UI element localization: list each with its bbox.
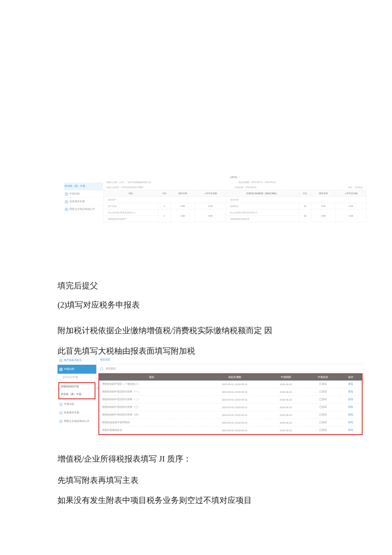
fill-link[interactable]: 填写: [340, 404, 362, 411]
cell-period: 2019-05-01~2019-05-31: [204, 411, 265, 419]
sidebar-item-fee[interactable]: 税务费所发展: [64, 198, 103, 206]
col-current2: 期末本期: [311, 190, 335, 197]
cell-period: 2019-05-01~2019-05-31: [204, 427, 265, 434]
sidebar-nav-2: 电子税务局首页 申报办理 按月综合申报 增值税纳税申报 附加税（费）申报 申报历…: [58, 356, 97, 445]
taxpayer-id: 纳税人识别号：91410105335217P8B0: [107, 186, 143, 189]
section-liab: 流动负债: [225, 197, 366, 203]
sidebar-label: 申报历程: [69, 192, 80, 196]
table-row: 增值税纳税申报表附列资料（一）2019-05-01~2019-05-312019…: [99, 388, 362, 396]
fill-hint: 填写报表: [97, 364, 364, 373]
doc-icon: [65, 208, 68, 211]
balance-sheet-screenshot: 附加税（费）申报 申报历程 税务费所发展 国家企业项目维持公开 ≡Fft·· 纳…: [64, 175, 366, 232]
paragraph-fill-appendix-first: 先填写附表再填写主表: [58, 471, 138, 489]
sidebar-item-disclosure[interactable]: 国家企业项目维持公开: [64, 206, 103, 213]
paragraph-step-2: (2)填写对应税务申报表: [58, 296, 140, 314]
table-row: 以公允价值计量且其变动计入 2 0.00 0.00 以公允价值计量且其变动计入 …: [104, 209, 366, 216]
col-ytd2: 上年年末余额: [336, 190, 366, 197]
doc-icon: [59, 403, 63, 406]
fill-link[interactable]: 填写: [340, 396, 362, 404]
sidebar-label: 国家企业项目维持公开: [69, 207, 95, 211]
unit-label: 单位：元至角分: [348, 186, 363, 189]
section-assets: 流动资产: [104, 197, 226, 203]
form-meta-row-1: 纳税人名称（公章）：郑州市国税服务有限公司 税款所属期：2019-05-01 ~…: [103, 180, 366, 185]
cell-due: 2019-06-20: [265, 411, 306, 419]
form-title: ≡Fft··: [103, 175, 366, 180]
fill-link[interactable]: 填写: [340, 381, 362, 388]
sidebar-label: 税务费所发展: [69, 200, 85, 203]
sidebar-sub-surtax[interactable]: 附加税（费）申报: [59, 391, 95, 398]
taxpayer-name: 纳税人名称（公章）：郑州市国税服务有限公司: [107, 181, 151, 183]
cell-period: 2019-05-01~2019-05-31: [204, 404, 265, 411]
tax-period: 税款所属期：2019-05-01 ~ 2019-05-31: [239, 181, 276, 183]
table-row: 增值税预缴税款表2019-05-01~2019-05-312019-06-20已…: [99, 427, 362, 434]
table-row: 增值税纳税申报表附列资料（二）2019-05-01~2019-05-312019…: [99, 396, 362, 404]
fill-link[interactable]: 填写: [340, 411, 362, 419]
cell-due: 2019-06-20: [265, 388, 306, 396]
col-line: 行次: [159, 190, 171, 197]
report-list-table: 报表 税款所属期 申报期限 申报状态 操作 增值税纳税申报表（一般纳税人）201…: [99, 374, 362, 434]
sidebar-label: 申报办理: [64, 367, 74, 371]
fill-link[interactable]: 填写: [340, 419, 362, 427]
cell-report-name: 增值税纳税申报表附列资料（二）: [99, 396, 204, 404]
table-row: 资产负值 1 0.00 0.00 短期借款 31 0.00 0.00: [104, 203, 366, 209]
sidebar-home[interactable]: 电子税务局首页: [58, 356, 96, 365]
sidebar-item-fee[interactable]: 税务费所发展: [58, 409, 96, 417]
table-row: 增值税纳税申报表附列资料（四）2019-05-01~2019-05-312019…: [99, 411, 362, 419]
col-item2: 所属项目和编制规（编制所属编）: [225, 190, 299, 197]
col-line2: 行次: [299, 190, 311, 197]
declare-icon: [59, 368, 63, 371]
cell-due: 2019-06-20: [265, 404, 306, 411]
cell-status: 已填写: [306, 388, 340, 396]
cell-period: 2019-05-01~2019-05-31: [204, 396, 265, 404]
cell-report-name: 增值税减免税申报明细表: [99, 419, 204, 427]
cell-report-name: 增值税预缴税款表: [99, 427, 204, 434]
table-row: 增值税减免税申报明细表2019-05-01~2019-05-312019-06-…: [99, 419, 362, 427]
sidebar-sub-monthly[interactable]: 按月综合申报: [58, 374, 96, 381]
cell-period: 2019-05-01~2019-05-31: [204, 381, 265, 388]
doc-icon: [59, 411, 63, 415]
table-row: 增值税纳税申报表附列资料（三）2019-05-01~2019-05-312019…: [99, 404, 362, 411]
home-icon: [59, 359, 63, 362]
col-period: 税款所属期: [204, 374, 265, 381]
fill-link[interactable]: 填写: [340, 427, 362, 434]
col-ytd: 上年年末余额: [195, 190, 226, 197]
sidebar-item-history[interactable]: 申报历程: [64, 190, 103, 198]
cell-due: 2019-06-20: [265, 396, 306, 404]
doc-icon: [65, 192, 68, 196]
cell-report-name: 增值税纳税申报表附列资料（一）: [99, 388, 204, 396]
col-item: 项目: [104, 190, 159, 197]
sidebar-label: 附加税（费）申报: [65, 184, 85, 188]
fill-date: 填报日期：2019-06-20: [235, 186, 257, 189]
form-content-1: ≡Fft·· 纳税人名称（公章）：郑州市国税服务有限公司 税款所属期：2019-…: [103, 175, 366, 232]
doc-icon: [65, 200, 68, 203]
arrow-icon: →: [95, 385, 100, 390]
sidebar-item-declare[interactable]: 申报办理: [58, 365, 96, 374]
sidebar-item-surtax[interactable]: 附加税（费）申报: [64, 183, 103, 190]
highlight-box-table: 报表 税款所属期 申报期限 申报状态 操作 增值税纳税申报表（一般纳税人）201…: [98, 373, 363, 435]
col-current: 期末本期: [170, 190, 195, 197]
col-status: 申报状态: [306, 374, 340, 381]
table-header-row: 报表 税款所属期 申报期限 申报状态 操作: [99, 374, 362, 381]
table-row: 增值税纳税申报表（一般纳税人）2019-05-01~2019-05-312019…: [99, 381, 362, 388]
cell-status: 已填写: [306, 404, 340, 411]
cell-report-name: 增值税纳税申报表（一般纳税人）: [99, 381, 204, 388]
sidebar-nav-1: 附加税（费）申报 申报历程 税务费所发展 国家企业项目维持公开: [64, 175, 103, 232]
sidebar-sub-vat[interactable]: 增值税纳税申报: [59, 383, 95, 391]
declare-list-screenshot: 电子税务局首页 申报办理 按月综合申报 增值税纳税申报 附加税（费）申报 申报历…: [58, 356, 364, 445]
doc-icon: [59, 420, 63, 423]
cell-due: 2019-06-20: [265, 427, 306, 434]
paragraph-submit: 填完后提父: [58, 277, 98, 295]
sidebar-label: 税务费所发展: [64, 411, 79, 415]
cell-report-name: 增值税纳税申报表附列资料（四）: [99, 411, 204, 419]
sidebar-item-history[interactable]: 申报历程: [58, 400, 96, 409]
col-report-name: 报表: [99, 374, 204, 381]
form-content-2: → 报表填写 填写报表 报表 税款所属期 申报期限 申报状态 操作: [97, 356, 364, 445]
highlight-box-sidebar: 增值税纳税申报 附加税（费）申报: [58, 382, 95, 399]
tab-fill[interactable]: 报表填写: [97, 356, 364, 364]
paragraph-surtax-basis: 附加税计税依据企业缴纳增值税/消费税实际缴纳税额而定 因: [58, 322, 339, 340]
sidebar-item-disclosure[interactable]: 国家企业项目维持公开: [58, 417, 96, 426]
fill-hint-label: 填写报表: [106, 367, 116, 370]
paragraph-skip-empty: 如果没有发生附表中项目税务业务则空过不填对应项目: [58, 491, 252, 509]
fill-link[interactable]: 填写: [340, 388, 362, 396]
circle-icon: [100, 367, 103, 370]
